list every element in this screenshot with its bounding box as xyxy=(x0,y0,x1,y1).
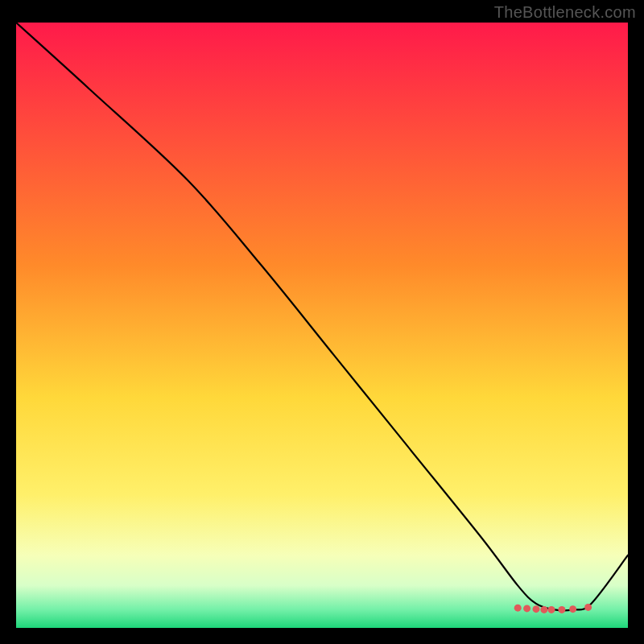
marker-dot xyxy=(533,605,540,613)
chart-background xyxy=(16,23,628,628)
marker-dot xyxy=(584,604,592,611)
chart-area xyxy=(16,23,628,628)
marker-dot xyxy=(523,605,530,612)
marker-dot xyxy=(514,605,522,612)
marker-dot xyxy=(540,606,547,613)
chart-svg xyxy=(16,23,628,628)
watermark-text: TheBottleneck.com xyxy=(494,3,636,22)
marker-dot xyxy=(548,606,555,613)
marker-dot xyxy=(558,606,565,613)
marker-dot xyxy=(569,605,576,613)
